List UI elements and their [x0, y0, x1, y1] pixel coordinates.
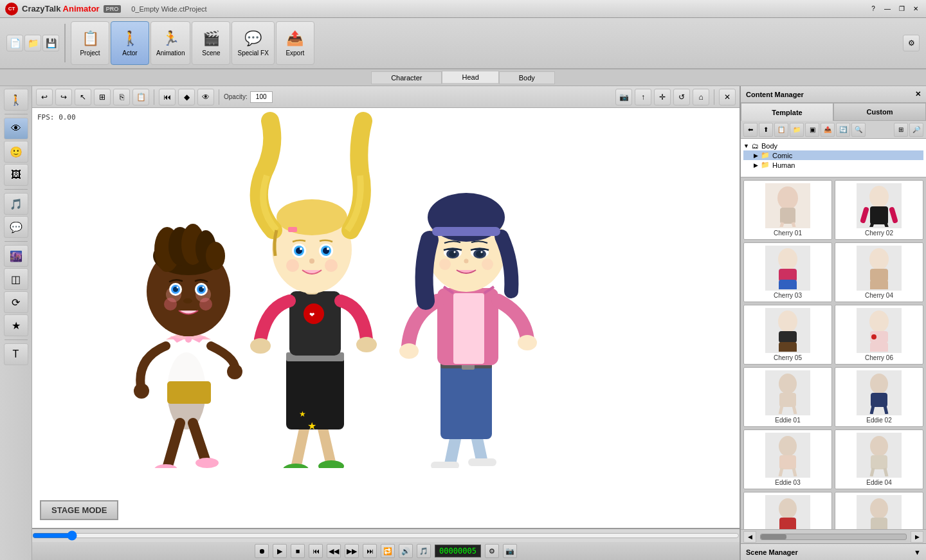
tab-character[interactable]: Character [371, 71, 442, 84]
scene-button[interactable]: 🎬 Scene [192, 21, 230, 65]
new-file-button[interactable]: 📄 [6, 35, 23, 51]
content-item-cherry02[interactable]: Cherry 02 [835, 180, 923, 240]
tab-body[interactable]: Body [499, 71, 555, 84]
content-item-cherry05[interactable]: Cherry 05 [743, 305, 832, 365]
tree-toggle-human[interactable]: ▶ [754, 162, 758, 168]
settings-button[interactable]: ⚙ [903, 35, 920, 51]
tree-toggle-body[interactable]: ▼ [743, 143, 749, 149]
thumbnail-cherry02 [857, 183, 902, 228]
waypoint-btn[interactable]: ◆ [178, 89, 195, 105]
content-manager-close[interactable]: ✕ [915, 90, 921, 98]
help-button[interactable]: ? [868, 4, 878, 14]
eye-btn[interactable]: 👁 [197, 89, 214, 105]
rotate-btn[interactable]: ↺ [673, 89, 690, 105]
home-btn[interactable]: ⌂ [693, 89, 709, 105]
content-item-eddie05[interactable]: Eddie 05 [743, 492, 832, 529]
content-item-cherry01[interactable]: Cherry 01 [743, 180, 832, 240]
sidebar-pose-btn[interactable]: 👁 [4, 118, 28, 140]
svg-point-29 [164, 298, 177, 311]
panel-search[interactable]: 🔎 [909, 123, 923, 137]
goto-end-button[interactable]: ⏭ [363, 544, 377, 558]
sidebar-star-btn[interactable]: ★ [4, 314, 28, 336]
export-button[interactable]: 📤 Export [276, 21, 314, 65]
content-item-eddie01[interactable]: Eddie 01 [743, 367, 832, 427]
loop-button[interactable]: 🔁 [381, 544, 395, 558]
sidebar-text-btn[interactable]: T [4, 343, 28, 365]
svg-point-28 [183, 298, 192, 303]
content-item-eddie02[interactable]: Eddie 02 [835, 367, 923, 427]
select-button[interactable]: ↖ [75, 89, 91, 105]
timecode-settings-button[interactable]: ⚙ [485, 544, 499, 558]
tab-template[interactable]: Template [741, 103, 833, 121]
camera-btn[interactable]: 📷 [615, 89, 632, 105]
content-item-cherry04[interactable]: Cherry 04 [835, 242, 923, 302]
sidebar-chat-btn[interactable]: 💬 [4, 216, 28, 238]
transform-button[interactable]: ⊞ [94, 89, 111, 105]
content-item-cherry06[interactable]: Cherry 06 [835, 305, 923, 365]
actor-button[interactable]: 🚶 Actor [111, 21, 149, 65]
specialfx-button[interactable]: 💬 Special FX [232, 21, 274, 65]
sidebar-audio-btn[interactable]: 🎵 [4, 193, 28, 215]
sidebar-body-btn[interactable]: 🖼 [4, 164, 28, 186]
goto-start-button[interactable]: ⏮ [309, 544, 323, 558]
sidebar-morph-btn[interactable]: ⟳ [4, 291, 28, 313]
nav-scrollbar[interactable] [760, 534, 907, 540]
nav-prev-button[interactable]: ◀ [743, 531, 756, 543]
svg-rect-103 [779, 342, 797, 352]
snapshot-button[interactable]: 📷 [503, 544, 517, 558]
copy-button[interactable]: ⎘ [113, 89, 130, 105]
redo-button[interactable]: ↪ [55, 89, 72, 105]
content-item-eddie04[interactable]: Eddie 04 [835, 429, 923, 489]
tab-custom[interactable]: Custom [833, 103, 926, 121]
sidebar-actor-btn[interactable]: 🚶 [4, 89, 28, 111]
move-up-btn[interactable]: ↑ [635, 89, 651, 105]
panel-tool-2[interactable]: ⬆ [759, 123, 773, 137]
maximize-button[interactable]: ❐ [896, 4, 907, 14]
panel-tool-6[interactable]: 📤 [821, 123, 835, 137]
panel-tool-8[interactable]: 🔍 [851, 123, 866, 137]
content-item-cherry03[interactable]: Cherry 03 [743, 242, 832, 302]
panel-view-toggle[interactable]: ⊞ [894, 123, 908, 137]
fast-forward-button[interactable]: ▶▶ [345, 544, 359, 558]
opacity-input[interactable] [250, 91, 273, 103]
animation-button[interactable]: 🏃 Animation [150, 21, 190, 65]
paste-button[interactable]: 📋 [132, 89, 149, 105]
close-btn[interactable]: ✕ [719, 89, 736, 105]
sidebar-face-btn[interactable]: 🙂 [4, 141, 28, 163]
panel-tool-4[interactable]: 📁 [790, 123, 804, 137]
panel-tool-5[interactable]: ▣ [805, 123, 819, 137]
tree-item-human[interactable]: ▶ 📁 Human [743, 160, 923, 170]
play-button[interactable]: ▶ [273, 544, 287, 558]
tree-toggle-comic[interactable]: ▶ [754, 152, 758, 159]
minimize-button[interactable]: — [882, 4, 893, 14]
prev-button[interactable]: ◀◀ [327, 544, 341, 558]
content-item-eddie06[interactable]: Eddie 06 [835, 492, 923, 529]
titlebar-controls[interactable]: ? — ❐ ✕ [868, 4, 921, 14]
panel-tool-3[interactable]: 📋 [774, 123, 788, 137]
tab-head[interactable]: Head [442, 71, 498, 84]
open-file-button[interactable]: 📁 [24, 35, 41, 51]
audio-button[interactable]: 🔊 [399, 544, 413, 558]
save-file-button[interactable]: 💾 [42, 35, 59, 51]
nav-scroll-thumb[interactable] [761, 534, 786, 539]
undo-button[interactable]: ↩ [36, 89, 53, 105]
close-button[interactable]: ✕ [911, 4, 921, 14]
timeline-scrubber[interactable] [32, 532, 740, 539]
stop-button[interactable]: ■ [291, 544, 305, 558]
music-button[interactable]: 🎵 [417, 544, 431, 558]
sidebar-layer-btn[interactable]: ◫ [4, 268, 28, 290]
tree-item-comic[interactable]: ▶ 📁 Comic [743, 150, 923, 160]
canvas-viewport[interactable]: FPS: 0.00 [32, 108, 740, 528]
stage-mode-button[interactable]: STAGE MODE [40, 500, 118, 520]
scene-manager-expand[interactable]: ▼ [914, 548, 921, 556]
content-item-eddie03[interactable]: Eddie 03 [743, 429, 832, 489]
panel-tool-1[interactable]: ⬅ [743, 123, 758, 137]
nav-next-button[interactable]: ▶ [911, 531, 923, 543]
record-toggle-button[interactable]: ⏺ [255, 544, 269, 558]
panel-tool-7[interactable]: 🔄 [836, 123, 850, 137]
prev-frame-btn[interactable]: ⏮ [159, 89, 176, 105]
move-around-btn[interactable]: ✛ [654, 89, 671, 105]
sidebar-scene-btn[interactable]: 🌆 [4, 245, 28, 267]
tree-item-body[interactable]: ▼ 🗂 Body [743, 141, 923, 150]
project-button[interactable]: 📋 Project [71, 21, 109, 65]
